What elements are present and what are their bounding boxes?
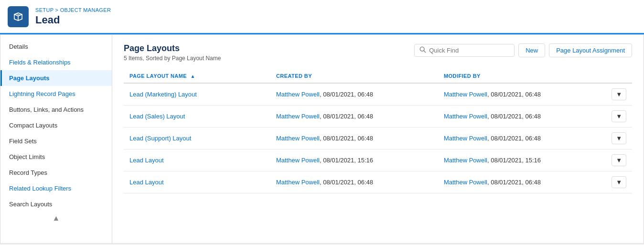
cell-created-2: Matthew Powell, 08/01/2021, 06:48 xyxy=(270,128,438,149)
sidebar-item-page-layouts[interactable]: Page Layouts xyxy=(0,70,112,86)
cell-modified-3: Matthew Powell, 08/01/2021, 15:16 xyxy=(438,149,606,171)
main-layout: DetailsFields & RelationshipsPage Layout… xyxy=(0,34,644,244)
modified-by-link-0[interactable]: Matthew Powell xyxy=(444,91,487,98)
table-row: Lead LayoutMatthew Powell, 08/01/2021, 1… xyxy=(124,149,632,171)
cell-created-3: Matthew Powell, 08/01/2021, 15:16 xyxy=(270,149,438,171)
cell-name-2: Lead (Support) Layout xyxy=(124,128,270,149)
modified-by-date-3: , 08/01/2021, 15:16 xyxy=(487,157,541,164)
table-row: Lead (Sales) LayoutMatthew Powell, 08/01… xyxy=(124,106,632,128)
search-icon xyxy=(419,46,426,54)
sidebar: DetailsFields & RelationshipsPage Layout… xyxy=(0,35,112,243)
modified-by-date-0: , 08/01/2021, 06:48 xyxy=(487,91,541,98)
cell-created-4: Matthew Powell, 08/01/2021, 06:48 xyxy=(270,171,438,193)
cell-modified-4: Matthew Powell, 08/01/2021, 06:48 xyxy=(438,171,606,193)
sidebar-item-field-sets[interactable]: Field Sets xyxy=(0,133,112,149)
cell-action-4: ▼ xyxy=(606,171,632,193)
table-header: PAGE LAYOUT NAME ▲ CREATED BY MODIFIED B… xyxy=(124,69,632,83)
created-by-date-0: , 08/01/2021, 06:48 xyxy=(320,91,373,98)
cell-modified-2: Matthew Powell, 08/01/2021, 06:48 xyxy=(438,128,606,149)
page-title: Lead xyxy=(35,14,111,26)
cell-action-1: ▼ xyxy=(606,106,632,128)
col-header-created: CREATED BY xyxy=(270,69,438,83)
svg-line-2 xyxy=(424,51,426,53)
modified-by-link-4[interactable]: Matthew Powell xyxy=(444,179,487,186)
modified-by-link-1[interactable]: Matthew Powell xyxy=(444,113,487,120)
page-layouts-table: PAGE LAYOUT NAME ▲ CREATED BY MODIFIED B… xyxy=(124,69,632,193)
sidebar-item-object-limits[interactable]: Object Limits xyxy=(0,149,112,165)
content-header: Page Layouts 5 Items, Sorted by Page Lay… xyxy=(124,43,632,62)
cell-modified-1: Matthew Powell, 08/01/2021, 06:48 xyxy=(438,106,606,128)
sidebar-scroll-top: ▲ xyxy=(0,212,112,224)
table-row: Lead LayoutMatthew Powell, 08/01/2021, 0… xyxy=(124,171,632,193)
created-by-link-4[interactable]: Matthew Powell xyxy=(276,179,320,186)
layout-name-link-2[interactable]: Lead (Support) Layout xyxy=(129,135,191,142)
col-header-name[interactable]: PAGE LAYOUT NAME ▲ xyxy=(124,69,270,83)
layout-name-link-0[interactable]: Lead (Marketing) Layout xyxy=(129,91,197,98)
app-logo xyxy=(8,6,29,27)
sidebar-item-compact-layouts[interactable]: Compact Layouts xyxy=(0,117,112,133)
modified-by-link-2[interactable]: Matthew Powell xyxy=(444,135,487,142)
row-action-dropdown-4[interactable]: ▼ xyxy=(612,176,626,188)
header-text: SETUP > OBJECT MANAGER Lead xyxy=(35,7,111,26)
quick-find-input[interactable] xyxy=(429,47,509,54)
table-body: Lead (Marketing) LayoutMatthew Powell, 0… xyxy=(124,83,632,193)
cell-action-3: ▼ xyxy=(606,149,632,171)
modified-by-link-3[interactable]: Matthew Powell xyxy=(444,157,487,164)
cell-created-0: Matthew Powell, 08/01/2021, 06:48 xyxy=(270,83,438,106)
sidebar-item-details[interactable]: Details xyxy=(0,39,112,54)
created-by-link-0[interactable]: Matthew Powell xyxy=(276,91,320,98)
table-row: Lead (Support) LayoutMatthew Powell, 08/… xyxy=(124,128,632,149)
cell-action-0: ▼ xyxy=(606,83,632,106)
cell-name-0: Lead (Marketing) Layout xyxy=(124,83,270,106)
cell-modified-0: Matthew Powell, 08/01/2021, 06:48 xyxy=(438,83,606,106)
modified-by-date-4: , 08/01/2021, 06:48 xyxy=(487,179,541,186)
sort-asc-icon: ▲ xyxy=(191,74,195,79)
row-action-dropdown-2[interactable]: ▼ xyxy=(612,132,626,144)
cell-name-1: Lead (Sales) Layout xyxy=(124,106,270,128)
created-by-date-1: , 08/01/2021, 06:48 xyxy=(320,113,373,120)
modified-by-date-2: , 08/01/2021, 06:48 xyxy=(487,135,541,142)
quick-find-wrapper xyxy=(414,44,515,57)
created-by-link-2[interactable]: Matthew Powell xyxy=(276,135,320,142)
col-header-modified: MODIFIED BY xyxy=(438,69,606,83)
sidebar-item-search-layouts[interactable]: Search Layouts xyxy=(0,196,112,212)
cell-name-4: Lead Layout xyxy=(124,171,270,193)
app-header: SETUP > OBJECT MANAGER Lead xyxy=(0,0,644,34)
created-by-date-3: , 08/01/2021, 15:16 xyxy=(320,157,373,164)
sidebar-item-fields-relationships[interactable]: Fields & Relationships xyxy=(0,54,112,70)
sidebar-item-lightning-record-pages[interactable]: Lightning Record Pages xyxy=(0,86,112,102)
cell-action-2: ▼ xyxy=(606,128,632,149)
created-by-link-1[interactable]: Matthew Powell xyxy=(276,113,320,120)
breadcrumb: SETUP > OBJECT MANAGER xyxy=(35,7,111,13)
cell-created-1: Matthew Powell, 08/01/2021, 06:48 xyxy=(270,106,438,128)
cell-name-3: Lead Layout xyxy=(124,149,270,171)
layout-name-link-1[interactable]: Lead (Sales) Layout xyxy=(129,113,185,120)
created-by-link-3[interactable]: Matthew Powell xyxy=(276,157,320,164)
col-name-label: PAGE LAYOUT NAME xyxy=(129,73,187,79)
modified-by-date-1: , 08/01/2021, 06:48 xyxy=(487,113,541,120)
sidebar-item-record-types[interactable]: Record Types xyxy=(0,165,112,181)
created-by-date-4: , 08/01/2021, 06:48 xyxy=(320,179,373,186)
layout-name-link-4[interactable]: Lead Layout xyxy=(129,179,164,186)
col-header-actions xyxy=(606,69,632,83)
page-layout-assignment-button[interactable]: Page Layout Assignment xyxy=(549,43,632,57)
row-action-dropdown-1[interactable]: ▼ xyxy=(612,110,626,122)
created-by-date-2: , 08/01/2021, 06:48 xyxy=(320,135,373,142)
table-row: Lead (Marketing) LayoutMatthew Powell, 0… xyxy=(124,83,632,106)
breadcrumb-separator: > xyxy=(55,7,60,13)
sidebar-item-buttons-links-actions[interactable]: Buttons, Links, and Actions xyxy=(0,102,112,117)
content-subtitle: 5 Items, Sorted by Page Layout Name xyxy=(124,55,221,62)
content-title-block: Page Layouts 5 Items, Sorted by Page Lay… xyxy=(124,43,221,62)
header-actions: New Page Layout Assignment xyxy=(414,43,632,57)
content-area: Page Layouts 5 Items, Sorted by Page Lay… xyxy=(112,35,644,243)
row-action-dropdown-3[interactable]: ▼ xyxy=(612,154,626,166)
sidebar-item-related-lookup-filters[interactable]: Related Lookup Filters xyxy=(0,181,112,196)
layout-name-link-3[interactable]: Lead Layout xyxy=(129,157,164,164)
breadcrumb-object-manager[interactable]: OBJECT MANAGER xyxy=(60,7,111,13)
new-button[interactable]: New xyxy=(518,43,545,57)
breadcrumb-setup[interactable]: SETUP xyxy=(35,7,54,13)
content-title: Page Layouts xyxy=(124,43,221,53)
row-action-dropdown-0[interactable]: ▼ xyxy=(612,88,626,100)
svg-line-0 xyxy=(16,13,20,15)
